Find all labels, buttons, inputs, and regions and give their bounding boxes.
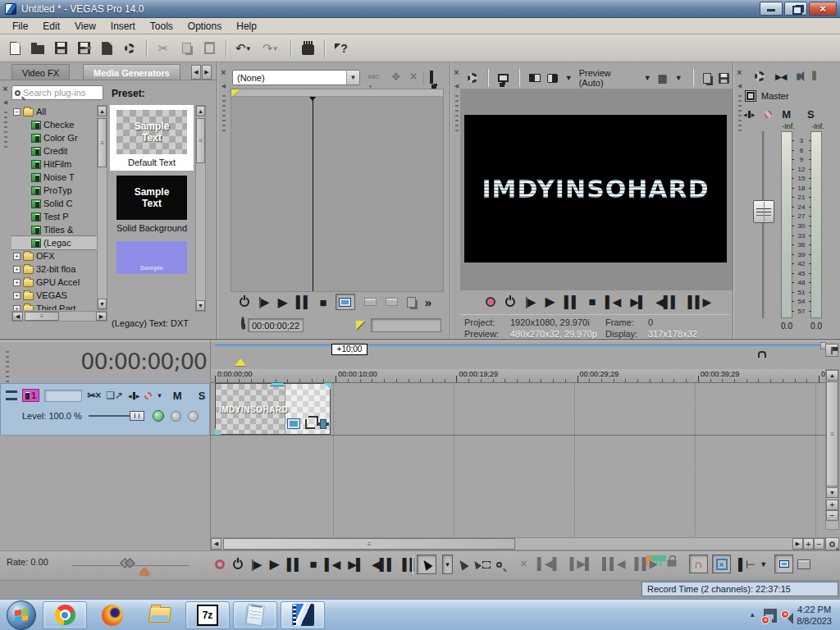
scroll-right-icon[interactable]: ▶ xyxy=(792,538,803,550)
scroll-left-icon[interactable]: ◀ xyxy=(211,538,221,550)
action-center-icon[interactable] xyxy=(764,609,765,621)
tree-toggle-icon[interactable]: + xyxy=(13,305,21,311)
go-to-end-button[interactable]: ▶▌ xyxy=(348,558,363,571)
generator-timecode-field[interactable]: 00:00:00;22 xyxy=(248,318,304,332)
track-motion-icon[interactable]: ❏↗ xyxy=(106,390,123,401)
play-from-start-button[interactable]: |▶ xyxy=(251,558,261,571)
tree-item-noise-t[interactable]: Noise T xyxy=(11,171,97,184)
close-panel-icon[interactable] xyxy=(3,84,8,94)
dim-output-speaker-icon[interactable] xyxy=(797,73,801,80)
scroll-down-icon[interactable]: ▼ xyxy=(196,300,205,311)
play-from-start-icon[interactable]: |▶ xyxy=(525,295,535,308)
scroll-left-icon[interactable]: ◀ xyxy=(12,312,23,321)
network-icon[interactable] xyxy=(774,610,777,620)
close-panel-icon[interactable] xyxy=(221,67,226,77)
event-fx-icon[interactable] xyxy=(320,419,326,429)
save-snapshot-icon[interactable] xyxy=(719,73,729,84)
project-properties-gear-icon[interactable] xyxy=(468,73,477,83)
scroll-up-icon[interactable]: ▲ xyxy=(98,106,107,116)
master-fader-handle[interactable] xyxy=(753,200,774,223)
track-height-icon[interactable] xyxy=(6,390,17,400)
scroll-down-icon[interactable]: ▼ xyxy=(826,487,838,498)
save-button[interactable] xyxy=(51,39,71,58)
left-panel-grip[interactable] xyxy=(0,82,11,336)
track-header[interactable]: 1 ✂̶× ❏↗ ▾ M S Level: 100.0 % xyxy=(0,383,210,436)
tree-item-titles[interactable]: Titles & xyxy=(11,223,97,236)
delete-icon[interactable]: × xyxy=(520,556,527,570)
close-panel-icon[interactable] xyxy=(454,67,459,77)
bus-icon[interactable] xyxy=(745,90,756,102)
previous-frame-button[interactable]: ◀▌▌ xyxy=(372,558,395,571)
tree-item-checke[interactable]: Checke xyxy=(11,118,97,131)
zoom-out-vertical-button[interactable]: − xyxy=(826,510,838,521)
timeline-big-timecode[interactable]: 00:00:00;00 xyxy=(75,349,207,374)
go-to-end-icon[interactable]: ▶▌ xyxy=(630,295,646,308)
more-buttons-icon[interactable]: » xyxy=(425,296,431,308)
previous-frame-icon[interactable]: ◀▌▌ xyxy=(655,295,678,308)
plugin-search-box[interactable] xyxy=(11,85,103,100)
preset-item-solid-background[interactable]: Sample TextSolid Background xyxy=(110,171,194,236)
tree-toggle-icon[interactable]: + xyxy=(13,292,21,299)
chevron-down-icon[interactable]: ▼ xyxy=(644,74,651,82)
project-properties-button[interactable] xyxy=(120,39,139,58)
pause-icon[interactable]: ▌▌ xyxy=(564,295,579,308)
loop-playback-button[interactable] xyxy=(233,559,243,569)
menu-file[interactable]: File xyxy=(5,21,35,32)
snap-toggle[interactable] xyxy=(689,555,708,573)
tree-item-legac[interactable]: (Legac xyxy=(11,236,97,249)
pan-crop-icon[interactable] xyxy=(305,419,315,429)
make-composite-child-icon[interactable] xyxy=(171,411,181,422)
tab-media-generators[interactable]: Media Generators xyxy=(83,64,180,80)
record-button[interactable] xyxy=(215,559,225,569)
selection-tool-icon[interactable] xyxy=(472,559,491,569)
scroll-down-icon[interactable]: ▼ xyxy=(98,299,107,309)
tree-item-all[interactable]: −All xyxy=(11,105,97,118)
tree-item-vegas[interactable]: +VEGAS xyxy=(11,289,97,302)
tray-expand-icon[interactable]: ▲ xyxy=(749,611,756,619)
ripple-mode-icon[interactable]: ▌⊢ xyxy=(738,558,755,571)
menu-view[interactable]: View xyxy=(67,21,103,32)
scroll-right-icon[interactable]: ▶ xyxy=(96,312,107,321)
video-preview-frame[interactable]: IMDYINSOHARD xyxy=(464,115,727,262)
scrollbar-thumb[interactable]: ≡ xyxy=(25,312,59,321)
zoom-in-button[interactable]: + xyxy=(803,538,814,550)
pan-icon[interactable] xyxy=(743,111,755,118)
track-mute-button[interactable]: M xyxy=(173,390,182,402)
plugin-preset-select[interactable]: (None) ▼ xyxy=(232,70,360,85)
mute-button[interactable]: M xyxy=(782,108,791,121)
track-pan-icon[interactable] xyxy=(128,392,139,399)
tree-h-scrollbar[interactable]: ◀ ≡ ▶ xyxy=(11,311,107,322)
next-frame-icon[interactable]: ▌▌▶ xyxy=(688,295,711,308)
meter-right[interactable] xyxy=(810,131,822,318)
new-project-button[interactable] xyxy=(5,39,25,58)
scrollbar-thumb[interactable]: ≡ xyxy=(826,381,838,486)
play-button[interactable]: ▶ xyxy=(269,556,278,572)
undo-button[interactable]: ↶▾ xyxy=(233,39,253,58)
meter-left[interactable] xyxy=(781,131,792,318)
copy-keyframes-icon[interactable] xyxy=(407,297,416,308)
loop-region-marker-icon[interactable] xyxy=(235,358,246,366)
make-composite-parent-icon[interactable] xyxy=(188,411,199,422)
tree-item-ofx[interactable]: +OFX xyxy=(11,249,97,262)
selection-handle-icon[interactable] xyxy=(270,382,285,386)
video-monitor-icon[interactable] xyxy=(430,71,433,84)
normal-edit-tool-button[interactable] xyxy=(417,555,436,574)
zoom-out-button[interactable]: − xyxy=(814,538,824,550)
menu-edit[interactable]: Edit xyxy=(35,21,67,32)
loop-playback-icon[interactable] xyxy=(505,297,515,307)
level-slider-handle[interactable] xyxy=(130,411,144,421)
tree-item-third-part[interactable]: +Third Part xyxy=(11,302,97,310)
auto-ripple-toggle[interactable]: × xyxy=(712,555,731,573)
taskbar-firefox-button[interactable] xyxy=(90,601,135,629)
trim-start-icon[interactable]: ▌◀▌ xyxy=(537,557,560,570)
restore-button[interactable] xyxy=(784,2,807,16)
timeline-overview-bar[interactable] xyxy=(215,345,822,347)
generator-panel-grip[interactable] xyxy=(218,66,229,336)
timeline-ruler[interactable]: 0:00:00;0000:00:10;0000:00:19;2900:00:29… xyxy=(210,369,825,383)
redo-button[interactable]: ↷▾ xyxy=(256,39,284,58)
title-bar[interactable]: Untitled * - VEGAS Pro 14.0 xyxy=(0,0,840,18)
go-to-start-button[interactable]: ▌◀ xyxy=(325,558,340,571)
save-preset-button[interactable]: ABC▼ xyxy=(368,71,380,90)
taskbar-7zip-button[interactable]: 7z xyxy=(185,601,230,629)
edit-tool-dropdown[interactable]: ▼ xyxy=(442,555,453,574)
